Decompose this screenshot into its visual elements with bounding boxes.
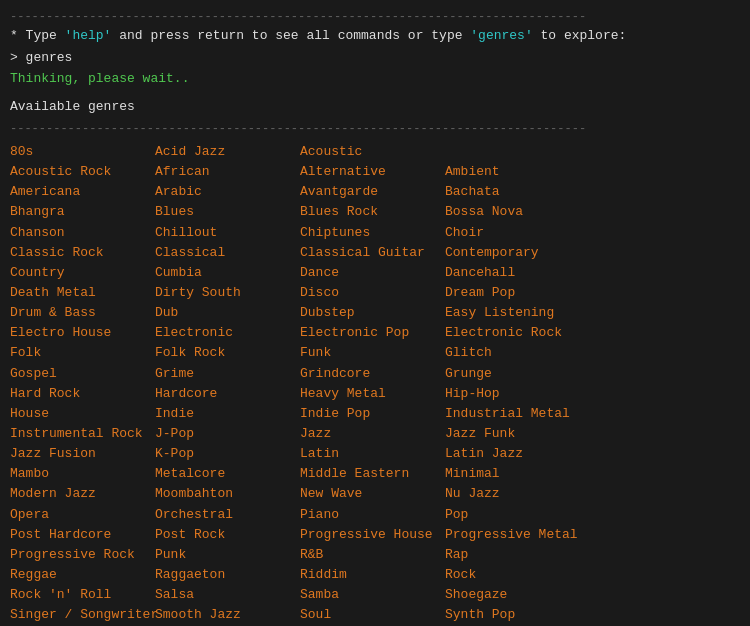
genre-item xyxy=(445,142,590,162)
intro-line1: * Type 'help' and press return to see al… xyxy=(10,26,740,46)
genre-item: Jazz Funk xyxy=(445,424,590,444)
genre-item: Electronic Pop xyxy=(300,323,445,343)
genre-item: Orchestral xyxy=(155,505,300,525)
genre-item: Electronic xyxy=(155,323,300,343)
genre-item: Dancehall xyxy=(445,263,590,283)
genre-item: Hardcore xyxy=(155,384,300,404)
genre-item: Metalcore xyxy=(155,464,300,484)
genre-grid: 80sAcid JazzAcousticAcoustic RockAfrican… xyxy=(10,142,740,626)
genre-item: Hip-Hop xyxy=(445,384,590,404)
genre-item: Grime xyxy=(155,364,300,384)
genre-item: Choir xyxy=(445,223,590,243)
genre-item: Disco xyxy=(300,283,445,303)
genre-item: African xyxy=(155,162,300,182)
genre-item: Latin xyxy=(300,444,445,464)
genre-item: Acid Jazz xyxy=(155,142,300,162)
genre-item: Dub xyxy=(155,303,300,323)
genre-item: Riddim xyxy=(300,565,445,585)
genre-item: Indie Pop xyxy=(300,404,445,424)
genre-item: Blues xyxy=(155,202,300,222)
genre-item: Punk xyxy=(155,545,300,565)
genre-item: Americana xyxy=(10,182,155,202)
genre-item: Avantgarde xyxy=(300,182,445,202)
genre-item: Grindcore xyxy=(300,364,445,384)
genre-item: Latin Jazz xyxy=(445,444,590,464)
genre-item: Pop xyxy=(445,505,590,525)
genre-item: Samba xyxy=(300,585,445,605)
genre-item: Drum & Bass xyxy=(10,303,155,323)
genre-item: R&B xyxy=(300,545,445,565)
genre-item: Blues Rock xyxy=(300,202,445,222)
genre-item: Mambo xyxy=(10,464,155,484)
genre-item: Industrial Metal xyxy=(445,404,590,424)
command-input-display: > genres xyxy=(10,48,740,68)
genre-item: Rock 'n' Roll xyxy=(10,585,155,605)
thinking-message: Thinking, please wait.. xyxy=(10,69,740,89)
genre-item: Progressive Rock xyxy=(10,545,155,565)
genre-item: Alternative xyxy=(300,162,445,182)
genre-item: Rap xyxy=(445,545,590,565)
genre-item: Salsa xyxy=(155,585,300,605)
intro-prefix: * Type xyxy=(10,28,65,43)
genre-item: Jazz Fusion xyxy=(10,444,155,464)
genre-item: Acoustic xyxy=(300,142,445,162)
genre-item: Singer / Songwriter xyxy=(10,605,155,625)
genre-item: Minimal xyxy=(445,464,590,484)
genre-item: Death Metal xyxy=(10,283,155,303)
genre-item: Country xyxy=(10,263,155,283)
genre-item: Arabic xyxy=(155,182,300,202)
genre-item: Opera xyxy=(10,505,155,525)
genre-item: Soul xyxy=(300,605,445,625)
intro-mid: and press return to see all commands or … xyxy=(111,28,470,43)
help-keyword: 'help' xyxy=(65,28,112,43)
genre-item: Classical xyxy=(155,243,300,263)
genre-item: Electro House xyxy=(10,323,155,343)
genre-item: Nu Jazz xyxy=(445,484,590,504)
genre-item: Glitch xyxy=(445,343,590,363)
genre-item: Ambient xyxy=(445,162,590,182)
genre-item: Post Rock xyxy=(155,525,300,545)
genre-item: Moombahton xyxy=(155,484,300,504)
genre-item: Shoegaze xyxy=(445,585,590,605)
divider-top: ----------------------------------------… xyxy=(10,8,740,26)
genre-item: New Wave xyxy=(300,484,445,504)
genre-item: Modern Jazz xyxy=(10,484,155,504)
genre-item: Reggae xyxy=(10,565,155,585)
divider-genres-top: ----------------------------------------… xyxy=(10,120,740,138)
section-title: Available genres xyxy=(10,97,740,117)
genre-item: Electronic Rock xyxy=(445,323,590,343)
genres-keyword: 'genres' xyxy=(470,28,532,43)
genre-item: Heavy Metal xyxy=(300,384,445,404)
genre-item: 80s xyxy=(10,142,155,162)
genre-item: Smooth Jazz xyxy=(155,605,300,625)
genre-item: Middle Eastern xyxy=(300,464,445,484)
genre-item: Chanson xyxy=(10,223,155,243)
genre-item: Jazz xyxy=(300,424,445,444)
genre-item: Dance xyxy=(300,263,445,283)
genre-item: Instrumental Rock xyxy=(10,424,155,444)
genre-item: Folk xyxy=(10,343,155,363)
genre-item: K-Pop xyxy=(155,444,300,464)
genre-item: Classic Rock xyxy=(10,243,155,263)
genre-item: Contemporary xyxy=(445,243,590,263)
genre-item: Bhangra xyxy=(10,202,155,222)
genre-item: Bossa Nova xyxy=(445,202,590,222)
genre-item: Rock xyxy=(445,565,590,585)
genre-item: Progressive House xyxy=(300,525,445,545)
genre-item: House xyxy=(10,404,155,424)
genre-item: Bachata xyxy=(445,182,590,202)
genre-item: Gospel xyxy=(10,364,155,384)
genre-item: Acoustic Rock xyxy=(10,162,155,182)
genre-item: Progressive Metal xyxy=(445,525,590,545)
genre-item: Grunge xyxy=(445,364,590,384)
genre-item: Dream Pop xyxy=(445,283,590,303)
genre-item: Dubstep xyxy=(300,303,445,323)
genre-item: Synth Pop xyxy=(445,605,590,625)
genre-item: Piano xyxy=(300,505,445,525)
intro-suffix: to explore: xyxy=(533,28,627,43)
genre-item: Folk Rock xyxy=(155,343,300,363)
genre-item: Hard Rock xyxy=(10,384,155,404)
genre-item: Chillout xyxy=(155,223,300,243)
genre-item: Cumbia xyxy=(155,263,300,283)
genre-item: Chiptunes xyxy=(300,223,445,243)
